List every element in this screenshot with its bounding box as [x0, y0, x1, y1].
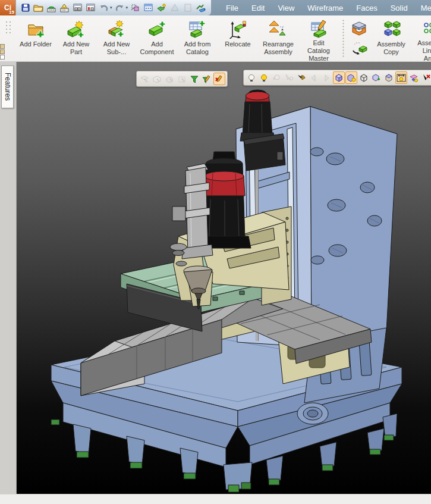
select-face-icon — [151, 73, 163, 85]
new-scene-icon[interactable] — [46, 2, 57, 14]
assembly-linear-array-button[interactable]: Assembly Linear Array — [411, 15, 431, 61]
edge-widget-icon[interactable] — [0, 44, 5, 49]
assembly-copy-icon — [381, 19, 401, 39]
edit-catalog-master-icon — [308, 19, 329, 38]
status-bar — [0, 494, 431, 504]
app-logo: Ci 15 — [0, 0, 16, 15]
select-part-icon — [176, 73, 188, 85]
add-light-icon — [270, 71, 282, 84]
rearrange-assembly-icon — [268, 19, 288, 39]
light-on-icon[interactable] — [258, 71, 270, 84]
selection-filter-icon[interactable] — [188, 73, 200, 85]
undo-icon[interactable] — [98, 2, 109, 14]
shape-disabled-icon — [169, 2, 180, 14]
rearrange-assembly-button[interactable]: Rearrange Assembly — [258, 15, 298, 61]
display-config-icon[interactable] — [383, 71, 395, 84]
replace-part-icon[interactable] — [349, 39, 369, 58]
add-component-button[interactable]: Add Component — [137, 15, 177, 61]
menu-faces[interactable]: Faces — [350, 1, 383, 15]
add-component-icon — [147, 19, 167, 39]
new-drawing-icon[interactable] — [59, 2, 70, 14]
menu-edit[interactable]: Edit — [245, 1, 271, 15]
redo-icon[interactable] — [114, 2, 125, 14]
relocate-button[interactable]: Relocate — [218, 15, 258, 61]
clear-filter-icon[interactable] — [213, 73, 225, 85]
next-view-icon — [320, 71, 332, 84]
ribbon-toolbar: Add Folder Add New Part Add New Sub-... … — [0, 15, 431, 62]
ribbon-small-buttons — [347, 15, 371, 61]
redo-dropdown-icon[interactable]: ▾ — [126, 5, 128, 10]
shaded-lit-display-icon[interactable] — [345, 71, 357, 84]
mold-part-icon[interactable] — [349, 18, 369, 37]
tab-features[interactable]: Features — [1, 65, 14, 108]
ribbon-group-separator — [340, 19, 346, 58]
window-edge-widgets — [0, 44, 5, 60]
add-from-catalog-button[interactable]: Add from Catalog — [177, 15, 218, 61]
menu-solid[interactable]: Solid — [384, 1, 414, 15]
open-icon[interactable] — [33, 2, 44, 14]
menu-bar: File Edit View Wireframe Faces Solid Mes… — [219, 1, 431, 15]
title-bar: Ci 15 ▾ ▾ File Edit View Wireframe Faces… — [0, 0, 431, 15]
ribbon-grip — [5, 20, 13, 33]
edge-widget-icon[interactable] — [0, 55, 5, 60]
relocate-icon — [228, 19, 248, 39]
menu-file[interactable]: File — [219, 1, 245, 15]
shaded-display-icon[interactable] — [333, 71, 345, 84]
wireframe-display-icon[interactable] — [358, 71, 370, 84]
edit-catalog-master-button[interactable]: Edit Catalog Master — [298, 15, 339, 61]
import-shape-icon[interactable] — [156, 2, 167, 14]
selection-filter-toolbar — [136, 71, 228, 87]
add-new-part-button[interactable]: Add New Part — [56, 15, 96, 61]
export-shape-icon[interactable] — [195, 2, 206, 14]
add-display-config-icon[interactable] — [370, 71, 382, 84]
assembly-copy-button[interactable]: Assembly Copy — [371, 15, 411, 61]
display-toolbar — [243, 70, 431, 86]
light-extent-icon[interactable] — [395, 71, 407, 84]
machine-model-3d[interactable] — [17, 62, 431, 494]
edit-filter-icon[interactable] — [201, 73, 213, 85]
select-edge-icon — [139, 73, 150, 85]
add-folder-button[interactable]: Add Folder — [15, 15, 56, 61]
prev-view-icon — [308, 71, 320, 84]
add-new-subassembly-icon — [106, 19, 127, 39]
main-area: Features — [0, 62, 431, 494]
drawing-window-icon[interactable] — [85, 2, 96, 14]
move-light-icon[interactable] — [408, 71, 420, 84]
add-new-subassembly-button[interactable]: Add New Sub-... — [96, 15, 137, 61]
cancel-select-icon[interactable] — [420, 71, 431, 84]
scene-window-icon[interactable] — [72, 2, 83, 14]
options-dialog-icon[interactable] — [143, 2, 154, 14]
3d-viewport[interactable] — [17, 62, 431, 494]
app-logo-version: 15 — [9, 10, 14, 15]
side-tab-strip: Features — [0, 62, 17, 494]
add-new-part-icon — [66, 19, 86, 39]
menu-wireframe[interactable]: Wireframe — [301, 1, 350, 15]
select-light-icon — [283, 71, 295, 84]
add-folder-icon — [26, 19, 45, 39]
quick-access-toolbar: ▾ ▾ — [16, 0, 211, 15]
select-shape-icon — [163, 73, 175, 85]
menu-view[interactable]: View — [271, 1, 301, 15]
paste-shape-icon[interactable] — [130, 2, 141, 14]
sheet-disabled-icon — [182, 2, 193, 14]
add-from-catalog-icon — [187, 19, 207, 39]
edge-widget-icon[interactable] — [0, 49, 5, 54]
undo-dropdown-icon[interactable]: ▾ — [110, 5, 112, 10]
light-off-icon[interactable] — [246, 71, 257, 84]
save-icon[interactable] — [20, 2, 31, 14]
menu-mesh[interactable]: Mesh — [414, 1, 431, 15]
spot-light-icon[interactable] — [295, 71, 307, 84]
assembly-linear-array-icon — [421, 19, 431, 38]
